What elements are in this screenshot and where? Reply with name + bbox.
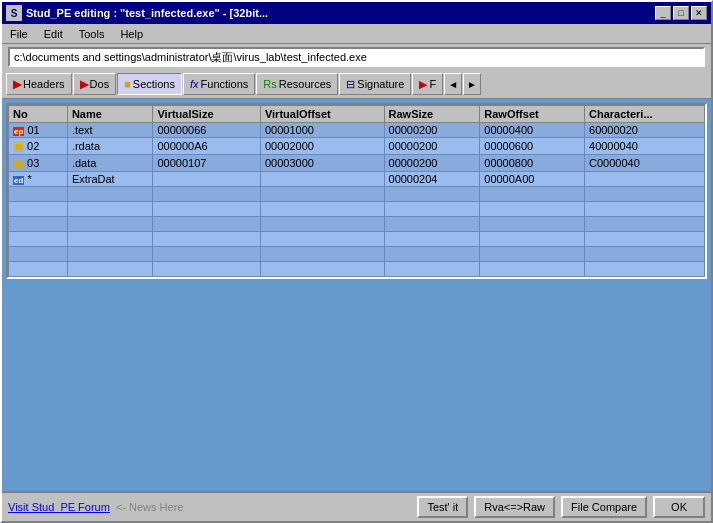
functions-icon: fx [190,78,199,90]
address-bar [2,44,711,70]
table-row-empty [9,232,705,247]
cell-rawsize: 00000200 [384,155,480,172]
table-area: No Name VirtualSize VirtualOffset RawSiz… [2,99,711,491]
table-container: No Name VirtualSize VirtualOffset RawSiz… [6,103,707,279]
menu-bar: File Edit Tools Help [2,24,711,44]
app-icon: S [6,5,22,21]
cell-no: ed * [9,172,68,187]
cell-rawoffset: 00000400 [480,123,585,138]
cell-no: ▣ 02 [9,138,68,155]
cell-empty [480,217,585,232]
cell-empty [153,247,260,262]
dos-icon: ▶ [80,78,88,91]
test-it-button[interactable]: Test' it [417,496,468,518]
cell-empty [153,202,260,217]
cell-virtualoffset: 00002000 [260,138,384,155]
cell-empty [260,232,384,247]
table-row[interactable]: ed *ExtraDat0000020400000A00 [9,172,705,187]
cell-name: .text [67,123,153,138]
tab-sections[interactable]: ■ Sections [117,73,182,95]
cell-rawsize: 00000204 [384,172,480,187]
cell-empty [9,232,68,247]
menu-file[interactable]: File [6,27,32,41]
cell-empty [384,262,480,277]
tab-dos[interactable]: ▶ Dos [73,73,117,95]
nav-prev-button[interactable]: ◄ [444,73,462,95]
cell-empty [480,262,585,277]
table-row[interactable]: ep 01.text000000660000100000000200000004… [9,123,705,138]
sections-icon: ■ [124,78,131,90]
tab-headers[interactable]: ▶ Headers [6,73,72,95]
tab-f[interactable]: ▶ F [412,73,443,95]
cell-name: ExtraDat [67,172,153,187]
col-virtualsize: VirtualSize [153,106,260,123]
table-header-row: No Name VirtualSize VirtualOffset RawSiz… [9,106,705,123]
cell-rawsize: 00000200 [384,123,480,138]
table-row-empty [9,202,705,217]
window-title: Stud_PE editing : "test_infected.exe" - … [26,7,268,19]
rva-raw-button[interactable]: Rva<=>Raw [474,496,555,518]
cell-rawsize: 00000200 [384,138,480,155]
menu-tools[interactable]: Tools [75,27,109,41]
menu-help[interactable]: Help [116,27,147,41]
title-bar: S Stud_PE editing : "test_infected.exe" … [2,2,711,24]
cell-rawoffset: 00000600 [480,138,585,155]
cell-empty [585,202,705,217]
col-rawoffset: RawOffset [480,106,585,123]
cell-empty [480,202,585,217]
cell-virtualoffset: 00003000 [260,155,384,172]
cell-rawoffset: 00000800 [480,155,585,172]
col-virtualoffset: VirtualOffset [260,106,384,123]
cell-empty [585,232,705,247]
cell-empty [67,217,153,232]
table-row[interactable]: ▣ 02.rdata000000A60000200000000200000006… [9,138,705,155]
ok-button[interactable]: OK [653,496,705,518]
folder-icon: ▣ [13,139,24,153]
col-no: No [9,106,68,123]
cell-empty [384,202,480,217]
cell-virtualsize: 000000A6 [153,138,260,155]
col-characteristics: Characteri... [585,106,705,123]
cell-no: ▣ 03 [9,155,68,172]
cell-empty [260,202,384,217]
cell-empty [260,187,384,202]
title-bar-left: S Stud_PE editing : "test_infected.exe" … [6,5,268,21]
cell-empty [384,232,480,247]
file-compare-button[interactable]: File Compare [561,496,647,518]
cell-virtualoffset: 00001000 [260,123,384,138]
cell-empty [480,187,585,202]
maximize-button[interactable]: □ [673,6,689,20]
tab-signature[interactable]: ⊟ Signature [339,73,411,95]
address-input[interactable] [8,47,705,67]
table-row[interactable]: ▣ 03.data0000010700003000000002000000080… [9,155,705,172]
sections-label: Sections [133,78,175,90]
signature-label: Signature [357,78,404,90]
cell-empty [585,247,705,262]
cell-empty [67,187,153,202]
cell-name: .rdata [67,138,153,155]
tab-functions[interactable]: fx Functions [183,73,255,95]
f-label: F [429,78,436,90]
tab-resources[interactable]: Rs Resources [256,73,338,95]
cell-empty [9,202,68,217]
folder-icon: ▣ [13,156,24,170]
close-button[interactable]: ✕ [691,6,707,20]
signature-icon: ⊟ [346,78,355,91]
minimize-button[interactable]: _ [655,6,671,20]
main-window: S Stud_PE editing : "test_infected.exe" … [0,0,713,523]
cell-empty [260,217,384,232]
cell-empty [9,217,68,232]
cell-empty [153,232,260,247]
cell-rawoffset: 00000A00 [480,172,585,187]
ep-icon: ep [13,127,24,136]
nav-next-button[interactable]: ► [463,73,481,95]
dos-label: Dos [90,78,110,90]
menu-edit[interactable]: Edit [40,27,67,41]
cell-empty [260,247,384,262]
cell-empty [9,247,68,262]
cell-virtualsize [153,172,260,187]
forum-link[interactable]: Visit Stud_PE Forum [8,501,110,513]
news-text: <- News Here [116,501,411,513]
cell-empty [384,247,480,262]
cell-virtualoffset [260,172,384,187]
